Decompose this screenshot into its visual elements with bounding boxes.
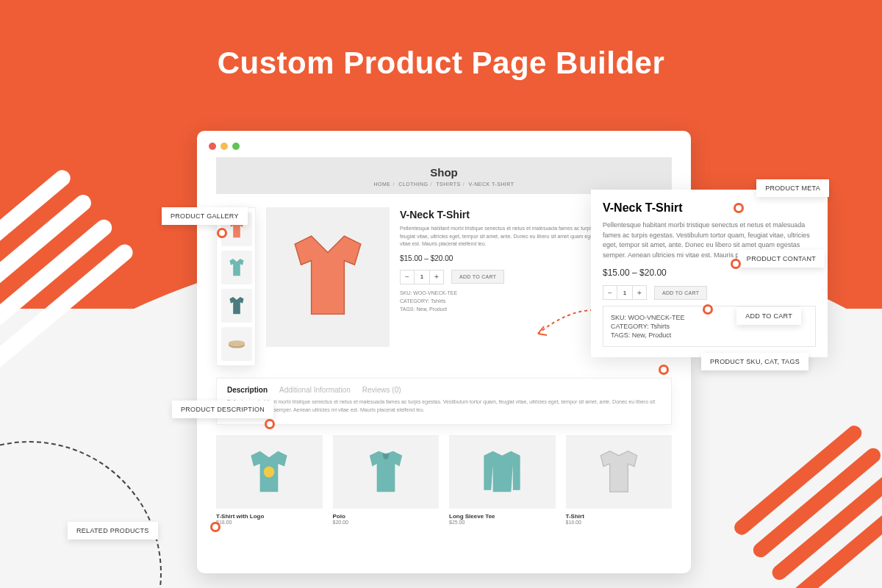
related-name: Polo xyxy=(333,513,440,520)
arrow-icon xyxy=(523,304,597,348)
qty-input[interactable] xyxy=(617,286,633,299)
shop-header: Shop HOME/ CLOTHING/ TSHIRTS/ V-NECK T-S… xyxy=(216,157,672,194)
ring-icon xyxy=(659,365,669,375)
side-tags: TAGS: New, Product xyxy=(611,331,808,339)
qty-minus-button[interactable]: − xyxy=(401,270,414,284)
ring-icon xyxy=(265,419,275,429)
maximize-icon[interactable] xyxy=(232,143,240,150)
ring-icon xyxy=(210,522,220,532)
window-controls xyxy=(206,140,682,157)
related-price: $18.00 xyxy=(216,520,323,525)
label-product-meta: PRODUCT META xyxy=(756,179,829,197)
quantity-stepper[interactable]: − + xyxy=(400,270,444,284)
breadcrumb-home[interactable]: HOME xyxy=(373,182,390,187)
label-product-gallery: PRODUCT GALLERY xyxy=(162,207,248,225)
side-price: $15.00 – $20.00 xyxy=(603,268,816,278)
close-icon[interactable] xyxy=(209,143,216,150)
related-card[interactable]: T-Shirt $18.00 xyxy=(566,435,673,525)
related-price: $25.00 xyxy=(449,520,556,525)
label-product-sku: PRODUCT SKU, CAT, TAGS xyxy=(701,353,808,370)
add-to-cart-button[interactable]: ADD TO CART xyxy=(451,270,504,284)
breadcrumb-tshirts[interactable]: TSHIRTS xyxy=(436,182,460,187)
qty-plus-button[interactable]: + xyxy=(430,270,443,284)
breadcrumb-current: V-NECK T-SHIRT xyxy=(469,182,514,187)
product-preview-panel: V-Neck T-Shirt Pellentesque habitant mor… xyxy=(591,190,828,357)
thumb-2[interactable] xyxy=(221,251,252,284)
related-price: $20.00 xyxy=(333,520,440,525)
product-tabs-panel: Description Additional Information Revie… xyxy=(216,378,672,425)
breadcrumb[interactable]: HOME/ CLOTHING/ TSHIRTS/ V-NECK T-SHIRT xyxy=(216,182,672,187)
related-card[interactable]: Polo $20.00 xyxy=(333,435,440,525)
ring-icon xyxy=(217,228,227,238)
related-card[interactable]: T-Shirt with Logo $18.00 xyxy=(216,435,323,525)
side-title: V-Neck T-Shirt xyxy=(603,201,816,215)
ring-icon xyxy=(731,259,741,269)
quantity-stepper[interactable]: − + xyxy=(603,285,647,300)
tab-reviews[interactable]: Reviews (0) xyxy=(362,386,401,394)
svg-point-2 xyxy=(264,467,275,478)
hero-title: Custom Product Page Builder xyxy=(0,46,882,81)
related-products: T-Shirt with Logo $18.00 Polo $20.00 Lon… xyxy=(216,435,672,525)
thumb-4[interactable] xyxy=(221,327,252,361)
related-card[interactable]: Long Sleeve Tee $25.00 xyxy=(449,435,556,525)
tab-additional-info[interactable]: Additional Information xyxy=(279,386,351,394)
product-main-image[interactable] xyxy=(266,207,390,347)
shop-title: Shop xyxy=(216,166,672,179)
breadcrumb-clothing[interactable]: CLOTHING xyxy=(398,182,428,187)
related-name: Long Sleeve Tee xyxy=(449,513,556,520)
thumb-3[interactable] xyxy=(221,289,252,323)
tab-description[interactable]: Description xyxy=(227,386,268,394)
label-product-description: PRODUCT DESCRIPTION xyxy=(172,401,273,418)
add-to-cart-button[interactable]: ADD TO CART xyxy=(654,286,707,300)
qty-minus-button[interactable]: − xyxy=(603,286,617,299)
qty-input[interactable] xyxy=(414,270,430,284)
related-price: $18.00 xyxy=(566,520,673,525)
ring-icon xyxy=(703,304,713,315)
svg-point-1 xyxy=(229,340,245,346)
related-name: T-Shirt with Logo xyxy=(216,513,323,520)
ring-icon xyxy=(734,203,744,213)
related-name: T-Shirt xyxy=(566,513,673,520)
minimize-icon[interactable] xyxy=(220,143,228,150)
label-product-content: PRODUCT CONTANT xyxy=(738,250,825,268)
label-add-to-cart: ADD TO CART xyxy=(736,307,801,325)
tab-content: Pellentesque habitant morbi tristique se… xyxy=(227,398,661,414)
label-related-products: RELATED PRODUCTS xyxy=(68,522,158,539)
qty-plus-button[interactable]: + xyxy=(633,286,646,299)
